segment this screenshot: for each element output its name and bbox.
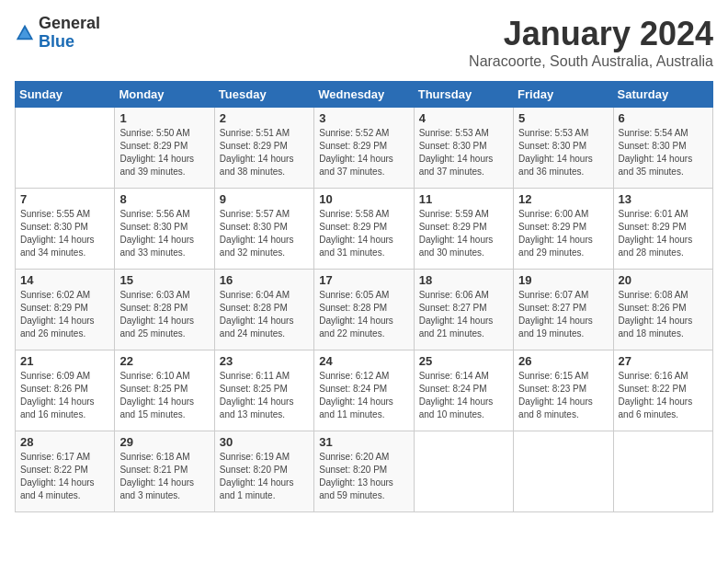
calendar-cell	[414, 431, 513, 512]
cell-content: Sunrise: 5:57 AMSunset: 8:30 PMDaylight:…	[220, 208, 309, 259]
calendar-cell: 6Sunrise: 5:54 AMSunset: 8:30 PMDaylight…	[613, 108, 712, 189]
cell-content: Sunrise: 6:20 AMSunset: 8:20 PMDaylight:…	[319, 451, 408, 502]
logo-icon	[15, 23, 35, 43]
calendar-cell: 23Sunrise: 6:11 AMSunset: 8:25 PMDayligh…	[214, 350, 313, 431]
calendar-cell: 5Sunrise: 5:53 AMSunset: 8:30 PMDaylight…	[514, 108, 613, 189]
calendar-cell: 9Sunrise: 5:57 AMSunset: 8:30 PMDaylight…	[214, 189, 313, 270]
day-number: 20	[619, 273, 708, 287]
day-number: 16	[220, 273, 309, 287]
calendar-cell: 4Sunrise: 5:53 AMSunset: 8:30 PMDaylight…	[414, 108, 513, 189]
day-number: 1	[119, 111, 209, 125]
day-header-thursday: Thursday	[414, 82, 513, 108]
day-header-friday: Friday	[514, 82, 613, 108]
day-number: 8	[119, 192, 209, 206]
day-number: 31	[319, 435, 408, 449]
calendar-cell: 28Sunrise: 6:17 AMSunset: 8:22 PMDayligh…	[16, 431, 115, 512]
cell-content: Sunrise: 6:16 AMSunset: 8:22 PMDaylight:…	[619, 370, 708, 421]
day-number: 14	[20, 273, 109, 287]
day-number: 17	[319, 273, 408, 287]
cell-content: Sunrise: 5:56 AMSunset: 8:30 PMDaylight:…	[119, 208, 209, 259]
calendar-week-1: 1Sunrise: 5:50 AMSunset: 8:29 PMDaylight…	[16, 108, 713, 189]
cell-content: Sunrise: 5:50 AMSunset: 8:29 PMDaylight:…	[119, 127, 209, 178]
day-number: 19	[518, 273, 608, 287]
cell-content: Sunrise: 6:03 AMSunset: 8:28 PMDaylight:…	[119, 289, 209, 340]
day-number: 13	[619, 192, 708, 206]
logo-general-text: General	[39, 15, 100, 33]
day-number: 27	[619, 354, 708, 368]
day-number: 10	[319, 192, 408, 206]
day-header-sunday: Sunday	[16, 82, 115, 108]
calendar-cell: 12Sunrise: 6:00 AMSunset: 8:29 PMDayligh…	[514, 189, 613, 270]
calendar-week-3: 14Sunrise: 6:02 AMSunset: 8:29 PMDayligh…	[16, 270, 713, 350]
day-number: 21	[20, 354, 109, 368]
cell-content: Sunrise: 6:02 AMSunset: 8:29 PMDaylight:…	[20, 289, 109, 340]
day-number: 2	[220, 111, 309, 125]
calendar-cell: 21Sunrise: 6:09 AMSunset: 8:26 PMDayligh…	[16, 350, 115, 431]
calendar-cell: 2Sunrise: 5:51 AMSunset: 8:29 PMDaylight…	[214, 108, 313, 189]
calendar-cell: 27Sunrise: 6:16 AMSunset: 8:22 PMDayligh…	[613, 350, 712, 431]
day-number: 28	[20, 435, 109, 449]
day-number: 3	[319, 111, 408, 125]
cell-content: Sunrise: 6:19 AMSunset: 8:20 PMDaylight:…	[220, 451, 309, 502]
cell-content: Sunrise: 6:10 AMSunset: 8:25 PMDaylight:…	[119, 370, 209, 421]
day-number: 15	[119, 273, 209, 287]
day-header-tuesday: Tuesday	[214, 82, 313, 108]
header: General Blue January 2024 Naracoorte, So…	[15, 15, 713, 70]
cell-content: Sunrise: 5:55 AMSunset: 8:30 PMDaylight:…	[20, 208, 109, 259]
calendar-cell	[16, 108, 115, 189]
day-number: 6	[619, 111, 708, 125]
day-header-saturday: Saturday	[613, 82, 712, 108]
cell-content: Sunrise: 6:18 AMSunset: 8:21 PMDaylight:…	[119, 451, 209, 502]
month-title: January 2024	[469, 15, 713, 53]
calendar-cell: 1Sunrise: 5:50 AMSunset: 8:29 PMDaylight…	[115, 108, 214, 189]
cell-content: Sunrise: 6:14 AMSunset: 8:24 PMDaylight:…	[419, 370, 508, 421]
calendar-cell: 25Sunrise: 6:14 AMSunset: 8:24 PMDayligh…	[414, 350, 513, 431]
day-number: 22	[119, 354, 209, 368]
calendar-cell: 19Sunrise: 6:07 AMSunset: 8:27 PMDayligh…	[514, 270, 613, 350]
day-number: 7	[20, 192, 109, 206]
calendar-cell: 24Sunrise: 6:12 AMSunset: 8:24 PMDayligh…	[314, 350, 414, 431]
day-number: 25	[419, 354, 508, 368]
calendar-cell: 14Sunrise: 6:02 AMSunset: 8:29 PMDayligh…	[16, 270, 115, 350]
calendar-cell: 3Sunrise: 5:52 AMSunset: 8:29 PMDaylight…	[314, 108, 414, 189]
cell-content: Sunrise: 5:53 AMSunset: 8:30 PMDaylight:…	[518, 127, 608, 178]
cell-content: Sunrise: 5:54 AMSunset: 8:30 PMDaylight:…	[619, 127, 708, 178]
calendar-cell	[514, 431, 613, 512]
calendar-cell: 11Sunrise: 5:59 AMSunset: 8:29 PMDayligh…	[414, 189, 513, 270]
cell-content: Sunrise: 6:05 AMSunset: 8:28 PMDaylight:…	[319, 289, 408, 340]
day-number: 24	[319, 354, 408, 368]
day-header-wednesday: Wednesday	[314, 82, 414, 108]
cell-content: Sunrise: 6:08 AMSunset: 8:26 PMDaylight:…	[619, 289, 708, 340]
cell-content: Sunrise: 5:59 AMSunset: 8:29 PMDaylight:…	[419, 208, 508, 259]
calendar-table: SundayMondayTuesdayWednesdayThursdayFrid…	[15, 81, 713, 512]
calendar-cell: 18Sunrise: 6:06 AMSunset: 8:27 PMDayligh…	[414, 270, 513, 350]
calendar-cell: 8Sunrise: 5:56 AMSunset: 8:30 PMDaylight…	[115, 189, 214, 270]
cell-content: Sunrise: 6:11 AMSunset: 8:25 PMDaylight:…	[220, 370, 309, 421]
day-number: 12	[518, 192, 608, 206]
calendar-cell	[613, 431, 712, 512]
calendar-cell: 20Sunrise: 6:08 AMSunset: 8:26 PMDayligh…	[613, 270, 712, 350]
cell-content: Sunrise: 6:01 AMSunset: 8:29 PMDaylight:…	[619, 208, 708, 259]
day-number: 4	[419, 111, 508, 125]
calendar-week-4: 21Sunrise: 6:09 AMSunset: 8:26 PMDayligh…	[16, 350, 713, 431]
logo-blue-text: Blue	[39, 33, 100, 52]
calendar-cell: 13Sunrise: 6:01 AMSunset: 8:29 PMDayligh…	[613, 189, 712, 270]
title-section: January 2024 Naracoorte, South Australia…	[469, 15, 713, 70]
cell-content: Sunrise: 5:53 AMSunset: 8:30 PMDaylight:…	[419, 127, 508, 178]
day-number: 11	[419, 192, 508, 206]
calendar-week-5: 28Sunrise: 6:17 AMSunset: 8:22 PMDayligh…	[16, 431, 713, 512]
cell-content: Sunrise: 6:09 AMSunset: 8:26 PMDaylight:…	[20, 370, 109, 421]
calendar-cell: 26Sunrise: 6:15 AMSunset: 8:23 PMDayligh…	[514, 350, 613, 431]
cell-content: Sunrise: 6:15 AMSunset: 8:23 PMDaylight:…	[518, 370, 608, 421]
cell-content: Sunrise: 6:00 AMSunset: 8:29 PMDaylight:…	[518, 208, 608, 259]
day-header-monday: Monday	[115, 82, 214, 108]
cell-content: Sunrise: 6:04 AMSunset: 8:28 PMDaylight:…	[220, 289, 309, 340]
calendar-cell: 10Sunrise: 5:58 AMSunset: 8:29 PMDayligh…	[314, 189, 414, 270]
day-number: 23	[220, 354, 309, 368]
calendar-cell: 16Sunrise: 6:04 AMSunset: 8:28 PMDayligh…	[214, 270, 313, 350]
day-number: 9	[220, 192, 309, 206]
location-title: Naracoorte, South Australia, Australia	[469, 53, 713, 70]
cell-content: Sunrise: 6:17 AMSunset: 8:22 PMDaylight:…	[20, 451, 109, 502]
calendar-header-row: SundayMondayTuesdayWednesdayThursdayFrid…	[16, 82, 713, 108]
calendar-cell: 31Sunrise: 6:20 AMSunset: 8:20 PMDayligh…	[314, 431, 414, 512]
